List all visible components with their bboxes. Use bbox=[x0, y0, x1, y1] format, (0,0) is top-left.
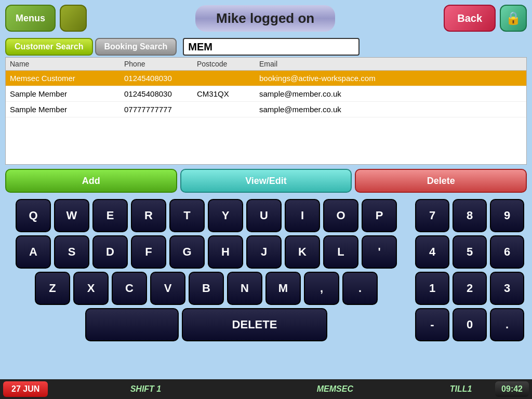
search-divider bbox=[179, 38, 181, 56]
header-title: Mike logged on bbox=[195, 5, 335, 32]
numkey-8[interactable]: 8 bbox=[453, 199, 487, 232]
cell-postcode bbox=[197, 105, 259, 114]
lock-button[interactable]: 🔒 bbox=[500, 5, 527, 32]
key-,[interactable]: , bbox=[304, 272, 339, 305]
keyboard-area: QWERTYUIOPASDFGHJKL'ZXCVBNM,.DELETE 7894… bbox=[0, 197, 532, 347]
key-F[interactable]: F bbox=[131, 235, 166, 269]
table-row[interactable]: Sample Member 01245408030 CM31QX sample@… bbox=[6, 86, 526, 102]
key-M[interactable]: M bbox=[265, 272, 301, 305]
action-buttons: Add View/Edit Delete bbox=[0, 165, 532, 197]
numkey-6[interactable]: 6 bbox=[490, 235, 524, 269]
numpad-row-1: 456 bbox=[413, 235, 527, 269]
col-phone: Phone bbox=[124, 60, 197, 68]
table-header: Name Phone Postcode Email bbox=[6, 58, 526, 71]
status-shift: SHIFT 1 bbox=[51, 384, 240, 394]
key-A[interactable]: A bbox=[16, 235, 51, 269]
booking-search-tab[interactable]: Booking Search bbox=[95, 38, 177, 56]
keyboard-main: QWERTYUIOPASDFGHJKL'ZXCVBNM,.DELETE bbox=[5, 199, 407, 344]
status-time: 09:42 bbox=[495, 381, 529, 397]
key-G[interactable]: G bbox=[169, 235, 205, 269]
cell-email: sample@member.co.uk bbox=[259, 89, 522, 98]
cell-name: Sample Member bbox=[10, 105, 124, 114]
key-S[interactable]: S bbox=[54, 235, 89, 269]
key-P[interactable]: P bbox=[362, 199, 397, 232]
key-'[interactable]: ' bbox=[362, 235, 397, 269]
back-button[interactable]: Back bbox=[444, 5, 496, 32]
key-L[interactable]: L bbox=[323, 235, 358, 269]
key-Q[interactable]: Q bbox=[16, 199, 51, 232]
keyboard-row-2: ZXCVBNM,. bbox=[5, 272, 407, 305]
table-row[interactable]: Sample Member 07777777777 sample@member.… bbox=[6, 102, 526, 117]
col-name: Name bbox=[10, 60, 124, 68]
numkey-5[interactable]: 5 bbox=[453, 235, 487, 269]
lock-icon: 🔒 bbox=[506, 11, 521, 25]
numkey-7[interactable]: 7 bbox=[415, 199, 449, 232]
table-row[interactable]: Memsec Customer 01245408030 bookings@act… bbox=[6, 71, 526, 86]
cell-phone: 01245408030 bbox=[124, 89, 197, 98]
add-button[interactable]: Add bbox=[5, 169, 177, 193]
customer-search-tab[interactable]: Customer Search bbox=[5, 38, 93, 56]
key-C[interactable]: C bbox=[112, 272, 147, 305]
key-space[interactable] bbox=[85, 308, 179, 341]
cell-email: sample@member.co.uk bbox=[259, 105, 522, 114]
keyboard-row-0: QWERTYUIOP bbox=[5, 199, 407, 232]
key-J[interactable]: J bbox=[246, 235, 282, 269]
key-V[interactable]: V bbox=[150, 272, 185, 305]
col-postcode: Postcode bbox=[197, 60, 259, 68]
key-K[interactable]: K bbox=[285, 235, 320, 269]
customer-table: Name Phone Postcode Email Memsec Custome… bbox=[5, 57, 527, 165]
delete-button[interactable]: Delete bbox=[355, 169, 527, 193]
olive-button[interactable] bbox=[60, 5, 87, 32]
cell-postcode bbox=[197, 74, 259, 83]
key-.[interactable]: . bbox=[342, 272, 378, 305]
table-body: Memsec Customer 01245408030 bookings@act… bbox=[6, 71, 526, 164]
cell-phone: 07777777777 bbox=[124, 105, 197, 114]
key-Z[interactable]: Z bbox=[35, 272, 70, 305]
header-title-wrapper: Mike logged on bbox=[91, 5, 440, 32]
key-B[interactable]: B bbox=[189, 272, 224, 305]
status-memsec: MEMSEC bbox=[241, 384, 430, 394]
numkey-2[interactable]: 2 bbox=[453, 272, 487, 305]
key-R[interactable]: R bbox=[131, 199, 166, 232]
header: Menus Mike logged on Back 🔒 bbox=[0, 0, 532, 36]
numpad-row-2: 123 bbox=[413, 272, 527, 305]
key-T[interactable]: T bbox=[169, 199, 205, 232]
key-O[interactable]: O bbox=[323, 199, 358, 232]
cell-phone: 01245408030 bbox=[124, 74, 197, 83]
cell-email: bookings@active-workspace.com bbox=[259, 74, 522, 83]
search-input[interactable] bbox=[183, 38, 360, 56]
numkey-4[interactable]: 4 bbox=[415, 235, 449, 269]
key-delete[interactable]: DELETE bbox=[182, 308, 327, 341]
numkey-3[interactable]: 3 bbox=[490, 272, 524, 305]
keyboard-bottom-row: DELETE bbox=[5, 308, 407, 341]
key-I[interactable]: I bbox=[285, 199, 320, 232]
numkey-1[interactable]: 1 bbox=[415, 272, 449, 305]
menus-button[interactable]: Menus bbox=[5, 5, 56, 32]
col-email: Email bbox=[259, 60, 522, 68]
search-bar: Customer Search Booking Search bbox=[0, 36, 532, 57]
numkey--[interactable]: - bbox=[415, 308, 449, 341]
key-U[interactable]: U bbox=[246, 199, 282, 232]
key-D[interactable]: D bbox=[92, 235, 128, 269]
key-Y[interactable]: Y bbox=[208, 199, 243, 232]
numkey-.[interactable]: . bbox=[490, 308, 524, 341]
status-till: TILL1 bbox=[430, 384, 492, 394]
numkey-9[interactable]: 9 bbox=[490, 199, 524, 232]
cell-postcode: CM31QX bbox=[197, 89, 259, 98]
numpad-row-0: 789 bbox=[413, 199, 527, 232]
key-E[interactable]: E bbox=[92, 199, 128, 232]
status-date: 27 JUN bbox=[3, 381, 48, 397]
cell-name: Memsec Customer bbox=[10, 74, 124, 83]
key-H[interactable]: H bbox=[208, 235, 243, 269]
key-N[interactable]: N bbox=[227, 272, 262, 305]
viewedit-button[interactable]: View/Edit bbox=[180, 169, 352, 193]
cell-name: Sample Member bbox=[10, 89, 124, 98]
numpad-row-3: -0. bbox=[413, 308, 527, 341]
numkey-0[interactable]: 0 bbox=[453, 308, 487, 341]
keyboard-row-1: ASDFGHJKL' bbox=[5, 235, 407, 269]
key-X[interactable]: X bbox=[73, 272, 109, 305]
status-bar: 27 JUN SHIFT 1 MEMSEC TILL1 09:42 bbox=[0, 379, 532, 399]
key-W[interactable]: W bbox=[54, 199, 89, 232]
keyboard-numpad: 789456123-0. bbox=[413, 199, 527, 344]
